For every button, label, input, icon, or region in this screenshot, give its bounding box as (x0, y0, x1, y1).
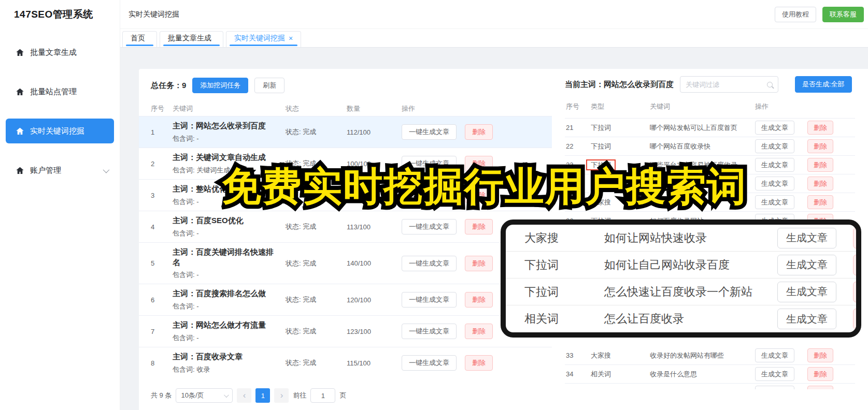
delete-button[interactable]: 删除 (465, 187, 493, 203)
generate-articles-button[interactable]: 一键生成文章 (402, 124, 457, 140)
delete-button[interactable]: 删除 (465, 355, 493, 371)
table-row[interactable]: 3 主词：整站优化 包含词: - 状态: 完成 一键生成文章 删除 (139, 179, 552, 211)
table-row[interactable]: 34 相关词 收录是什么意思 生成文章 删除 (565, 365, 855, 384)
sidebar-item[interactable]: 账户管理 (6, 158, 114, 183)
task-table: 序号 关键词 状态 数量 操作 1 主词：网站怎么收录到百度 包含词: - (139, 101, 552, 378)
delete-button[interactable]: 删除 (807, 195, 833, 209)
delete-button[interactable]: 删除 (807, 139, 833, 153)
delete-button[interactable]: 删除 (807, 177, 833, 191)
row-index: 7 (151, 328, 173, 335)
row-index: 24 (566, 180, 591, 187)
delete-button[interactable]: 删除 (465, 324, 493, 339)
col-ops: 操作 (402, 104, 552, 113)
table-row[interactable]: 2 主词：关键词文章自动生成 包含词: 关键词生成 状态: 完成 100/100… (139, 148, 552, 179)
page-number-button[interactable]: 1 (255, 388, 270, 403)
generate-articles-button[interactable]: 一键生成文章 (402, 256, 457, 271)
keyword-type: 下拉词 (586, 159, 616, 170)
generate-article-button[interactable]: 生成文章 (755, 121, 794, 135)
sidebar-item[interactable]: 实时关键词挖掘 (6, 119, 114, 143)
table-row[interactable]: 24 下拉词 生成文章 删除 (565, 174, 855, 193)
delete-button[interactable]: 删除 (465, 156, 493, 171)
table-row[interactable]: 22 下拉词 哪个网站百度收录快 生成文章 删除 (565, 137, 855, 156)
row-quantity: 100/100 (347, 160, 402, 168)
keyword-type: 大家搜 (591, 198, 611, 206)
delete-button[interactable]: 删除 (465, 292, 493, 307)
generate-articles-button[interactable]: 一键生成文章 (402, 355, 457, 371)
table-row[interactable]: 4 主词：百度SEO优化 包含词: - 状态: 完成 113/100 一键生成文… (139, 211, 552, 242)
keyword-filter-input[interactable] (686, 81, 764, 89)
delete-button[interactable]: 删除 (807, 121, 833, 135)
keyword-type: 大家搜 (591, 352, 611, 359)
generate-article-button[interactable]: 生成文章 (755, 367, 794, 381)
task-pagination: 共 9 条 10条/页 ‹ 1 › 前往 页 (151, 388, 346, 403)
keyword-type: 下拉词 (591, 389, 611, 390)
breadcrumb: 实时关键词挖掘 (129, 10, 179, 19)
row-quantity: 140/100 (347, 259, 402, 267)
generate-filter-button[interactable]: 是否生成:全部 (795, 76, 852, 93)
row-index: 2 (151, 160, 173, 168)
row-quantity: 113/100 (347, 223, 402, 231)
delete-button[interactable]: 删除 (465, 256, 493, 271)
keyword-text: 如何让网站快速收录 (604, 230, 777, 246)
tab[interactable]: 实时关键词挖掘 × (226, 31, 301, 47)
goto-label: 前往 (293, 391, 306, 400)
table-row[interactable]: 35 下拉词 新站百度秒收录 生成文章 删除 (565, 384, 855, 389)
delete-button[interactable]: 删除 (807, 158, 833, 172)
generate-article-button[interactable]: 生成文章 (755, 139, 794, 153)
help-tutorial-button[interactable]: 使用教程 (775, 7, 816, 22)
generate-article-button: 生成文章 (777, 309, 836, 329)
generate-article-button[interactable]: 生成文章 (755, 177, 794, 191)
keyword-type: 下拉词 (591, 124, 611, 131)
contact-support-button[interactable]: 联系客服 (822, 7, 864, 22)
row-index: 8 (151, 359, 173, 367)
zoomed-screenshot-box: 大家搜 如何让网站快速收录 生成文章 删除 下拉词 如何让自己网站收录百度 生成… (501, 219, 861, 338)
sidebar-item[interactable]: 批量站点管理 (6, 79, 114, 104)
tab[interactable]: 首页 (122, 31, 157, 47)
table-row[interactable]: 7 主词：网站怎么做才有流量 包含词: - 状态: 完成 123/100 一键生… (139, 315, 552, 347)
delete-button[interactable]: 删除 (807, 348, 833, 362)
row-contains-words: 包含词: - (173, 197, 279, 207)
generate-article-button[interactable]: 生成文章 (755, 195, 794, 209)
page-size-select[interactable]: 10条/页 (176, 388, 233, 403)
delete-button[interactable]: 删除 (807, 367, 833, 381)
current-main-keyword: 当前主词：网站怎么收录到百度 (565, 80, 674, 90)
table-row[interactable]: 1 主词：网站怎么收录到百度 包含词: - 状态: 完成 112/100 一键生… (139, 116, 552, 148)
generate-articles-button[interactable]: 一键生成文章 (402, 292, 457, 307)
task-toolbar: 总任务：9 添加挖词任务 刷新 (139, 69, 552, 93)
table-row[interactable]: 33 大家搜 收录好的发帖网站有哪些 生成文章 删除 (565, 346, 855, 365)
generate-articles-button[interactable]: 一键生成文章 (402, 187, 457, 203)
table-row[interactable]: 5 主词：百度关键词排名快速排名 包含词: - 状态: 完成 140/100 一… (139, 242, 552, 284)
table-row[interactable]: 6 主词：百度搜索排名怎么做 包含词: - 状态: 完成 120/100 一键生… (139, 284, 552, 315)
generate-articles-button[interactable]: 一键生成文章 (402, 324, 457, 339)
add-task-button[interactable]: 添加挖词任务 (192, 78, 248, 93)
generate-article-button[interactable]: 生成文章 (755, 348, 794, 362)
chevron-down-icon (103, 166, 110, 173)
keyword-text: 收录好的发帖网站有哪些 (650, 351, 755, 360)
next-page-button[interactable]: › (274, 388, 289, 403)
delete-button[interactable]: 删除 (465, 124, 493, 140)
generate-article-button[interactable]: 生成文章 (755, 158, 794, 172)
keyword-text: 怎么快速让百度收录一个新站 (604, 284, 777, 300)
sidebar-item[interactable]: 批量文章生成 (6, 40, 114, 65)
delete-button[interactable]: 删除 (807, 386, 833, 389)
tab[interactable]: 批量文章生成 (160, 31, 223, 47)
sidebar: 147SEO管理系统 批量文章生成 批量站点管理 实时关键词挖掘 账户管理 (0, 0, 120, 410)
generate-articles-button[interactable]: 一键生成文章 (402, 156, 457, 171)
keyword-type: 下拉词 (524, 284, 604, 300)
table-row[interactable]: 8 主词：百度收录文章 包含词: 收录 状态: 完成 115/100 一键生成文… (139, 347, 552, 378)
generate-article-button[interactable]: 生成文章 (755, 386, 794, 389)
delete-button[interactable]: 删除 (465, 219, 493, 235)
table-row[interactable]: 21 下拉词 哪个网站发帖可以上百度首页 生成文章 删除 (565, 119, 855, 137)
topbar: 实时关键词挖掘 使用教程 联系客服 (120, 0, 868, 29)
keyword-text: 哪个网站发帖可以上百度首页 (650, 123, 755, 133)
tab-close-icon[interactable]: × (289, 34, 293, 42)
tab-underline (163, 45, 220, 46)
table-row[interactable]: 23 下拉词 哪些平台发文容易被百度收录 生成文章 删除 (565, 156, 855, 174)
prev-page-button[interactable]: ‹ (237, 388, 251, 403)
table-row[interactable]: 25 大家搜 生成文章 删除 (565, 193, 855, 212)
goto-page-input[interactable] (310, 388, 335, 403)
keyword-type: 大家搜 (524, 230, 604, 246)
generate-articles-button[interactable]: 一键生成文章 (402, 219, 457, 235)
row-contains-words: 包含词: - (173, 270, 279, 280)
refresh-button[interactable]: 刷新 (254, 78, 284, 93)
